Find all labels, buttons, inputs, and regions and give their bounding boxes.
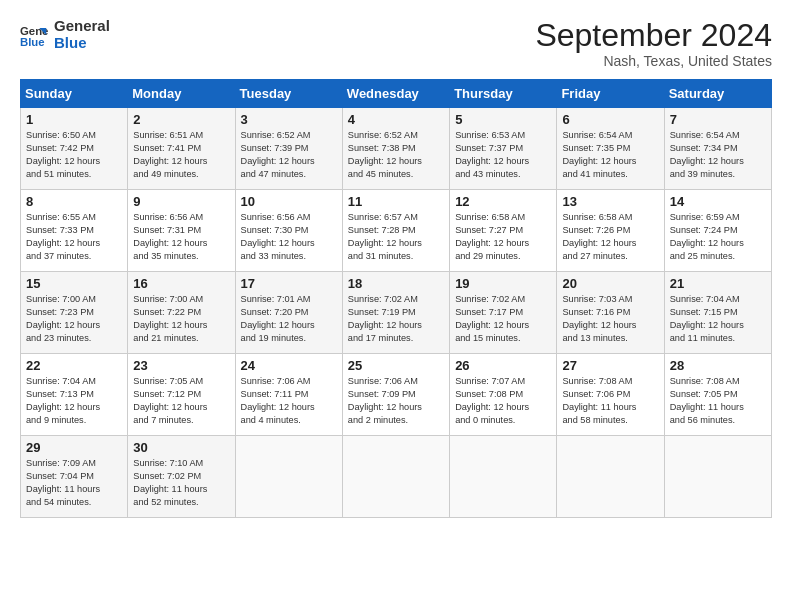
table-row: 16Sunrise: 7:00 AMSunset: 7:22 PMDayligh…	[128, 272, 235, 354]
table-row: 2Sunrise: 6:51 AMSunset: 7:41 PMDaylight…	[128, 108, 235, 190]
col-tuesday: Tuesday	[235, 80, 342, 108]
week-row-2: 8Sunrise: 6:55 AMSunset: 7:33 PMDaylight…	[21, 190, 772, 272]
table-row: 11Sunrise: 6:57 AMSunset: 7:28 PMDayligh…	[342, 190, 449, 272]
table-row	[664, 436, 771, 518]
col-sunday: Sunday	[21, 80, 128, 108]
calendar-container: General Blue General Blue September 2024…	[0, 0, 792, 528]
table-row: 6Sunrise: 6:54 AMSunset: 7:35 PMDaylight…	[557, 108, 664, 190]
table-row	[450, 436, 557, 518]
col-wednesday: Wednesday	[342, 80, 449, 108]
week-row-3: 15Sunrise: 7:00 AMSunset: 7:23 PMDayligh…	[21, 272, 772, 354]
table-row: 3Sunrise: 6:52 AMSunset: 7:39 PMDaylight…	[235, 108, 342, 190]
table-row: 28Sunrise: 7:08 AMSunset: 7:05 PMDayligh…	[664, 354, 771, 436]
table-row: 25Sunrise: 7:06 AMSunset: 7:09 PMDayligh…	[342, 354, 449, 436]
table-row: 4Sunrise: 6:52 AMSunset: 7:38 PMDaylight…	[342, 108, 449, 190]
table-row: 7Sunrise: 6:54 AMSunset: 7:34 PMDaylight…	[664, 108, 771, 190]
table-row: 26Sunrise: 7:07 AMSunset: 7:08 PMDayligh…	[450, 354, 557, 436]
title-block: September 2024 Nash, Texas, United State…	[535, 18, 772, 69]
week-row-5: 29Sunrise: 7:09 AMSunset: 7:04 PMDayligh…	[21, 436, 772, 518]
table-row: 5Sunrise: 6:53 AMSunset: 7:37 PMDaylight…	[450, 108, 557, 190]
logo: General Blue General Blue	[20, 18, 110, 51]
col-friday: Friday	[557, 80, 664, 108]
month-title: September 2024	[535, 18, 772, 53]
table-row: 17Sunrise: 7:01 AMSunset: 7:20 PMDayligh…	[235, 272, 342, 354]
table-row	[342, 436, 449, 518]
col-monday: Monday	[128, 80, 235, 108]
table-row: 19Sunrise: 7:02 AMSunset: 7:17 PMDayligh…	[450, 272, 557, 354]
week-row-1: 1Sunrise: 6:50 AMSunset: 7:42 PMDaylight…	[21, 108, 772, 190]
table-row: 23Sunrise: 7:05 AMSunset: 7:12 PMDayligh…	[128, 354, 235, 436]
table-row: 8Sunrise: 6:55 AMSunset: 7:33 PMDaylight…	[21, 190, 128, 272]
table-row: 22Sunrise: 7:04 AMSunset: 7:13 PMDayligh…	[21, 354, 128, 436]
table-row: 29Sunrise: 7:09 AMSunset: 7:04 PMDayligh…	[21, 436, 128, 518]
table-row: 24Sunrise: 7:06 AMSunset: 7:11 PMDayligh…	[235, 354, 342, 436]
table-row: 13Sunrise: 6:58 AMSunset: 7:26 PMDayligh…	[557, 190, 664, 272]
table-row: 12Sunrise: 6:58 AMSunset: 7:27 PMDayligh…	[450, 190, 557, 272]
table-row: 18Sunrise: 7:02 AMSunset: 7:19 PMDayligh…	[342, 272, 449, 354]
table-row: 14Sunrise: 6:59 AMSunset: 7:24 PMDayligh…	[664, 190, 771, 272]
table-row	[557, 436, 664, 518]
header: General Blue General Blue September 2024…	[20, 18, 772, 69]
table-row	[235, 436, 342, 518]
table-row: 30Sunrise: 7:10 AMSunset: 7:02 PMDayligh…	[128, 436, 235, 518]
header-row: Sunday Monday Tuesday Wednesday Thursday…	[21, 80, 772, 108]
logo-text-general: General	[54, 18, 110, 35]
calendar-table: Sunday Monday Tuesday Wednesday Thursday…	[20, 79, 772, 518]
logo-icon: General Blue	[20, 21, 48, 49]
logo-text-blue: Blue	[54, 35, 110, 52]
col-thursday: Thursday	[450, 80, 557, 108]
table-row: 10Sunrise: 6:56 AMSunset: 7:30 PMDayligh…	[235, 190, 342, 272]
table-row: 27Sunrise: 7:08 AMSunset: 7:06 PMDayligh…	[557, 354, 664, 436]
table-row: 1Sunrise: 6:50 AMSunset: 7:42 PMDaylight…	[21, 108, 128, 190]
table-row: 9Sunrise: 6:56 AMSunset: 7:31 PMDaylight…	[128, 190, 235, 272]
location: Nash, Texas, United States	[535, 53, 772, 69]
col-saturday: Saturday	[664, 80, 771, 108]
week-row-4: 22Sunrise: 7:04 AMSunset: 7:13 PMDayligh…	[21, 354, 772, 436]
table-row: 15Sunrise: 7:00 AMSunset: 7:23 PMDayligh…	[21, 272, 128, 354]
table-row: 20Sunrise: 7:03 AMSunset: 7:16 PMDayligh…	[557, 272, 664, 354]
table-row: 21Sunrise: 7:04 AMSunset: 7:15 PMDayligh…	[664, 272, 771, 354]
svg-text:Blue: Blue	[20, 35, 45, 47]
